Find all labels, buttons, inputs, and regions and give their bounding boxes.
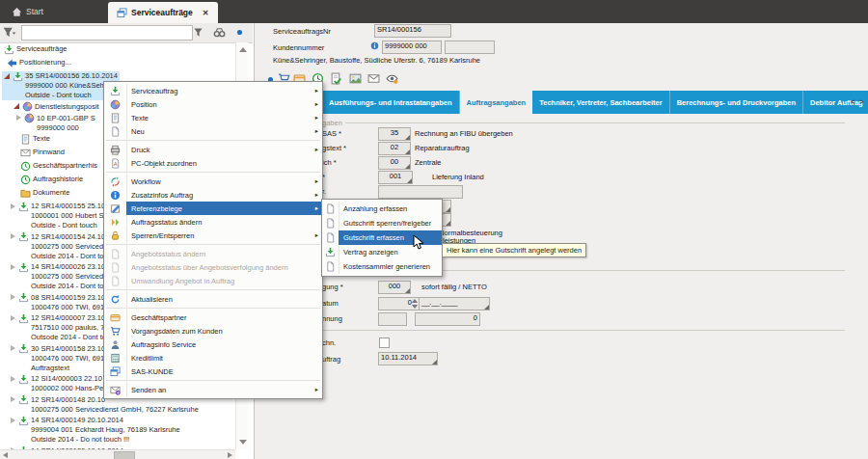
menu-item-aktualisieren-label: Aktualisieren bbox=[126, 295, 312, 304]
menu-item-sperren-entsperren[interactable]: Sperren/Entsperren▸ bbox=[104, 229, 322, 242]
expand-arrow-icon[interactable] bbox=[10, 345, 16, 352]
tabs-scroll-right-button[interactable]: > bbox=[859, 97, 864, 106]
expand-arrow-icon[interactable] bbox=[10, 315, 16, 322]
auftragstext-input[interactable]: 02 bbox=[378, 142, 411, 155]
filter-dropdown-icon[interactable] bbox=[3, 26, 16, 40]
menu-item-auftragsstatus-aendern[interactable]: Auftragsstatus ändern bbox=[104, 215, 322, 229]
collapse-arrow-icon[interactable] bbox=[14, 103, 20, 110]
tab-berechnungs-und-druckvorgaben[interactable]: Berechnungs- und Druckvorgaben bbox=[670, 91, 803, 114]
menu-item-druck[interactable]: Druck▸ bbox=[104, 143, 322, 156]
menu-item-zusatzinfos-auftrag[interactable]: Zusatzinfos Auftrag▸ bbox=[104, 188, 322, 202]
menu-item-sas-kunde-label: SAS-KUNDE bbox=[126, 367, 312, 376]
menu-item-vorgangsdaten-zum-kunden[interactable]: Vorgangsdaten zum Kunden bbox=[104, 324, 322, 338]
lieferart-desc: Lieferung Inland bbox=[432, 173, 484, 181]
menu-item-referenzbelege[interactable]: Referenzbelege▸ bbox=[104, 202, 322, 215]
zahlungsbedingung-input[interactable]: 000 bbox=[378, 281, 411, 294]
lieferart-input[interactable]: 001 bbox=[378, 171, 413, 184]
mail-icon[interactable] bbox=[367, 72, 380, 85]
order-number-input[interactable]: SR14/000156 bbox=[374, 24, 451, 38]
termin-auftrag-input[interactable]: 10.11.2014 bbox=[378, 352, 438, 365]
date-input[interactable]: __.__.____ bbox=[419, 297, 490, 310]
scroll-right-icon[interactable] bbox=[228, 452, 232, 458]
page-icon bbox=[325, 203, 336, 214]
status-sas-input[interactable]: 35 bbox=[378, 127, 411, 141]
expand-arrow-icon[interactable] bbox=[10, 376, 16, 383]
group1-legend: gaben bbox=[322, 119, 342, 127]
bereich-input[interactable]: 00 bbox=[378, 156, 411, 170]
info-icon bbox=[110, 190, 121, 201]
customer-number-input[interactable]: 9999000 000 bbox=[382, 40, 442, 54]
tree-horizontal-scrollbar[interactable] bbox=[0, 449, 235, 459]
rechnung-input[interactable] bbox=[378, 312, 407, 326]
expand-arrow-icon[interactable] bbox=[10, 203, 16, 210]
tree-item-text: 1000001 000 Hubert Sc bbox=[31, 211, 107, 221]
tree-item-text: Geschäftspartnerhis bbox=[33, 161, 97, 171]
sammelrechnung-label: chn. bbox=[322, 338, 336, 347]
tabs-scroll-left-button[interactable]: < bbox=[851, 97, 855, 106]
menu-item-serviceauftrag[interactable]: Serviceauftrag▸ bbox=[104, 84, 322, 97]
eye-settings-icon[interactable] bbox=[386, 72, 398, 85]
document-check-icon[interactable] bbox=[330, 72, 342, 85]
menu-item-senden-an[interactable]: Senden an▸ bbox=[104, 383, 322, 396]
order-number-label: ServiceauftragsNr bbox=[273, 27, 331, 36]
menu-item-auftragsinfo-service[interactable]: Auftragsinfo Service bbox=[104, 338, 322, 351]
menu-item-pc-objekt-zuordnen[interactable]: PC-Objekt zuordnen bbox=[104, 156, 322, 170]
zahlungsbedingung-desc: sofort fällig / NETTO bbox=[421, 283, 487, 291]
expand-arrow-icon[interactable] bbox=[10, 294, 16, 301]
section-divider-line bbox=[321, 330, 845, 331]
tab-serviceauftraege-label: Serviceaufträge bbox=[131, 8, 193, 17]
tree-search-input[interactable] bbox=[21, 25, 193, 40]
menu-item-neu[interactable]: Neu▸ bbox=[104, 124, 322, 138]
tab-ausfuehrungs-und-intrastatangaben[interactable]: Ausführungs- und Intrastatangaben bbox=[322, 91, 460, 114]
submenu-item-gutschrift-sperren-freigeben[interactable]: Gutschrift sperren/freigeben bbox=[322, 216, 442, 230]
collapse-arrow-icon[interactable] bbox=[4, 73, 11, 80]
scrollbar-thumb[interactable] bbox=[114, 451, 135, 459]
menu-item-auftragsstatus-aendern-label: Auftragsstatus ändern bbox=[126, 218, 312, 227]
submenu-item-kostensammler-generieren[interactable]: Kostensammler generieren bbox=[322, 259, 442, 274]
expand-arrow-icon[interactable] bbox=[15, 115, 22, 122]
picture-icon[interactable] bbox=[349, 72, 362, 85]
expand-arrow-icon[interactable] bbox=[10, 233, 16, 240]
tab-techniker-vertreter-sachbearbeiter[interactable]: Techniker, Vertreter, Sachbearbeiter bbox=[532, 91, 669, 114]
envelope-icon bbox=[20, 148, 31, 158]
info-icon[interactable] bbox=[370, 41, 379, 50]
menu-item-workflow[interactable]: Workflow▸ bbox=[104, 175, 322, 188]
customer-number-suffix-input[interactable] bbox=[445, 40, 495, 54]
menu-item-kreditlimit[interactable]: Kreditlimit bbox=[104, 351, 322, 364]
tree-item[interactable]: 14 SR14/000149 20.10.20149999004 001 Eck… bbox=[0, 416, 235, 445]
binoculars-search-icon[interactable] bbox=[213, 26, 226, 39]
nr-input[interactable] bbox=[378, 185, 463, 199]
rechnung-amount-input[interactable]: 0 bbox=[415, 312, 480, 326]
expand-arrow-icon[interactable] bbox=[10, 418, 16, 424]
sammelrechnung-checkbox[interactable] bbox=[379, 338, 390, 348]
tree-item-text: Outsode 2014 - Dont to bbox=[31, 333, 106, 342]
customer-address: Küne&Sehringer, Baustoffe, Südliche Ufer… bbox=[273, 56, 480, 65]
spinner-down-icon[interactable] bbox=[412, 305, 418, 309]
scroll-left-icon[interactable] bbox=[3, 452, 8, 458]
submenu-item-anzahlung-erfassen[interactable]: Anzahlung erfassen bbox=[322, 202, 442, 216]
tab-debitor-auftrag[interactable]: Debitor Auftrag bbox=[803, 91, 868, 114]
tree-item-text: 1000476 000 TWI, 691 bbox=[31, 303, 104, 312]
tree-item-text: 14 SR14/000149 20.10.2014 bbox=[31, 416, 123, 425]
menu-item-umwandlung-angebot-in-auftrag: Umwandlung Angebot in Auftrag bbox=[104, 274, 322, 287]
tree-item-text: 14 SR14/000026 23.10 bbox=[31, 262, 105, 272]
scroll-up-icon[interactable] bbox=[239, 47, 247, 52]
tree-item[interactable]: Positionierung... bbox=[0, 58, 235, 70]
window-tab-bar: Start Serviceaufträge ✕ bbox=[0, 0, 868, 23]
expand-arrow-icon[interactable] bbox=[10, 396, 16, 403]
menu-item-sas-kunde[interactable]: SAS-KUNDE bbox=[104, 364, 322, 378]
filter-icon[interactable] bbox=[193, 27, 203, 38]
menu-item-aktualisieren[interactable]: Aktualisieren bbox=[104, 292, 322, 306]
spinner-up-icon[interactable] bbox=[412, 299, 418, 303]
tree-item-text: 1000275 000 Servicedi bbox=[31, 272, 105, 282]
close-tab-icon[interactable]: ✕ bbox=[203, 9, 209, 17]
menu-item-position[interactable]: Position▸ bbox=[104, 97, 322, 111]
tab-auftragsangaben[interactable]: Auftragsangaben bbox=[460, 91, 533, 114]
tab-start[interactable]: Start bbox=[6, 0, 49, 23]
tab-serviceauftraege[interactable]: Serviceaufträge ✕ bbox=[108, 2, 218, 23]
tree-item[interactable]: Serviceaufträge bbox=[0, 44, 235, 57]
expand-arrow-icon[interactable] bbox=[10, 264, 16, 271]
menu-item-geschaeftspartner[interactable]: Geschäftspartner bbox=[104, 310, 322, 324]
scroll-down-icon[interactable] bbox=[239, 440, 247, 445]
menu-item-texte[interactable]: Texte▸ bbox=[104, 111, 322, 124]
